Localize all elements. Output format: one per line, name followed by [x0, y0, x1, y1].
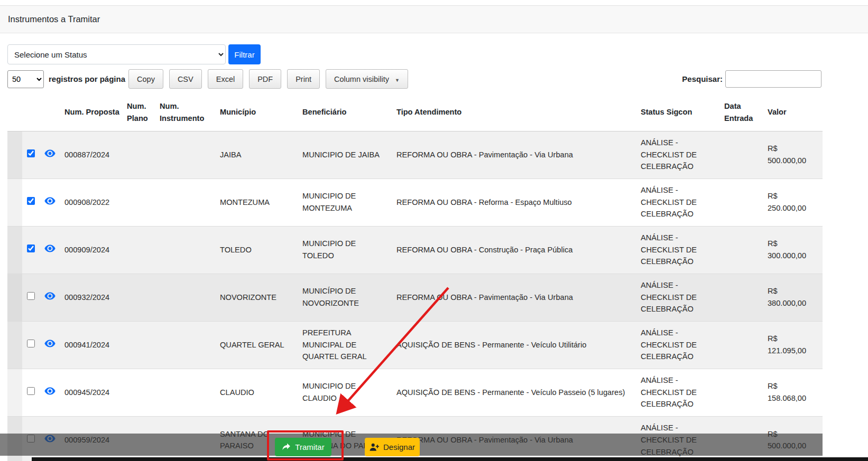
cell-valor: R$ 121.095,00 — [764, 321, 823, 369]
eye-icon[interactable] — [44, 292, 56, 300]
cell-tipo-atendimento: AQUISIÇÃO DE BENS - Permanente - Veículo… — [393, 369, 638, 416]
filtrar-button[interactable]: Filtrar — [228, 44, 261, 64]
cell-tipo-atendimento: REFORMA OU OBRA - Pavimentação - Via Urb… — [393, 131, 638, 178]
header-checkbox — [22, 94, 41, 131]
row-checkbox[interactable] — [27, 149, 35, 157]
main-content: Selecione um Status Filtrar 50 registros… — [0, 44, 868, 461]
cell-num-instrumento — [156, 321, 217, 369]
header-eye — [41, 94, 61, 131]
header-municipio[interactable]: Município — [217, 94, 299, 131]
header-data-entrada[interactable]: Data Entrada — [721, 94, 764, 131]
page-size-label: registros por página — [49, 74, 125, 83]
status-select[interactable]: Selecione um Status — [7, 44, 226, 64]
eye-icon[interactable] — [44, 197, 56, 205]
page-title-bar: Instrumentos a Tramitar — [0, 5, 868, 33]
header-status-sigcon[interactable]: Status Sigcon — [638, 94, 721, 131]
page-title: Instrumentos a Tramitar — [8, 14, 100, 24]
cell-beneficiario: MUNICIPIO DE TOLEDO — [299, 226, 393, 274]
cell-status-sigcon: ANÁLISE - CHECKLIST DE CELEBRAÇÃO — [638, 321, 721, 369]
cell-num-proposta: 000932/2024 — [61, 274, 124, 321]
cell-num-plano — [124, 226, 156, 274]
tramitar-label: Tramitar — [295, 443, 324, 451]
cell-valor: R$ 250.000,00 — [764, 178, 823, 226]
row-gutter — [7, 131, 22, 178]
table-row: 000932/2024 NOVORIZONTE MUNICÍPIO DE NOV… — [7, 274, 823, 321]
cell-data-entrada — [721, 274, 764, 321]
designar-label: Designar — [383, 443, 415, 451]
eye-icon[interactable] — [44, 340, 56, 347]
row-gutter — [7, 226, 22, 274]
eye-icon[interactable] — [44, 387, 56, 395]
row-gutter — [7, 321, 22, 369]
eye-icon[interactable] — [44, 244, 56, 252]
cell-tipo-atendimento: REFORMA OU OBRA - Pavimentação - Via Urb… — [393, 274, 638, 321]
row-gutter — [7, 178, 22, 226]
cell-municipio: TOLEDO — [217, 226, 299, 274]
cell-data-entrada — [721, 131, 764, 178]
cell-municipio: QUARTEL GERAL — [217, 321, 299, 369]
row-checkbox[interactable] — [27, 340, 35, 347]
cell-valor: R$ 500.000,00 — [764, 131, 823, 178]
header-valor[interactable]: Valor — [764, 94, 823, 131]
instruments-table: Num. Proposta Num. Plano Num. Instrument… — [7, 94, 823, 461]
header-tipo-atendimento[interactable]: Tipo Atendimento — [393, 94, 638, 131]
cell-status-sigcon: ANÁLISE - CHECKLIST DE CELEBRAÇÃO — [638, 178, 721, 226]
row-checkbox[interactable] — [27, 292, 35, 300]
cell-beneficiario: PREFEITURA MUNICIPAL DE QUARTEL GERAL — [299, 321, 393, 369]
cell-data-entrada — [721, 321, 764, 369]
row-checkbox[interactable] — [27, 197, 35, 205]
table-row: 000908/2022 MONTEZUMA MUNICIPIO DE MONTE… — [7, 178, 823, 226]
eye-icon[interactable] — [44, 149, 56, 157]
user-plus-icon — [370, 443, 379, 451]
table-toolbar: 50 registros por página Copy CSV Excel P… — [7, 69, 868, 89]
csv-button[interactable]: CSV — [169, 69, 202, 89]
tramitar-button[interactable]: Tramitar — [275, 438, 331, 456]
cell-valor: R$ 300.000,00 — [764, 226, 823, 274]
cell-status-sigcon: ANÁLISE - CHECKLIST DE CELEBRAÇÃO — [638, 369, 721, 416]
column-visibility-button[interactable]: Column visibility ▼ — [326, 69, 408, 89]
cell-num-proposta: 000908/2022 — [61, 178, 124, 226]
row-checkbox[interactable] — [27, 387, 35, 395]
cell-num-plano — [124, 274, 156, 321]
cell-num-instrumento — [156, 131, 217, 178]
cell-num-plano — [124, 131, 156, 178]
cell-num-instrumento — [156, 178, 217, 226]
bottom-edge-strip — [32, 457, 868, 461]
cell-num-instrumento — [156, 274, 217, 321]
share-icon — [282, 443, 291, 451]
header-num-proposta[interactable]: Num. Proposta — [61, 94, 124, 131]
row-checkbox[interactable] — [27, 244, 35, 252]
cell-num-proposta: 000945/2024 — [61, 369, 124, 416]
cell-num-instrumento — [156, 369, 217, 416]
cell-status-sigcon: ANÁLISE - CHECKLIST DE CELEBRAÇÃO — [638, 226, 721, 274]
table-row: 000941/2024 QUARTEL GERAL PREFEITURA MUN… — [7, 321, 823, 369]
cell-num-plano — [124, 178, 156, 226]
copy-button[interactable]: Copy — [128, 69, 163, 89]
column-visibility-label: Column visibility — [334, 75, 389, 83]
top-strip — [0, 0, 868, 5]
print-button[interactable]: Print — [287, 69, 320, 89]
header-beneficiario[interactable]: Beneficiário — [299, 94, 393, 131]
cell-data-entrada — [721, 226, 764, 274]
row-gutter — [7, 369, 22, 416]
cell-num-plano — [124, 369, 156, 416]
header-num-plano[interactable]: Num. Plano — [124, 94, 156, 131]
page-size-select[interactable]: 50 — [7, 70, 44, 88]
cell-num-proposta: 000909/2024 — [61, 226, 124, 274]
excel-button[interactable]: Excel — [208, 69, 243, 89]
pdf-button[interactable]: PDF — [249, 69, 281, 89]
search-label: Pesquisar: — [682, 74, 723, 83]
table-row: 000945/2024 CLAUDIO MUNICIPIO DE CLAUDIO… — [7, 369, 823, 416]
cell-beneficiario: MUNICÍPIO DE NOVORIZONTE — [299, 274, 393, 321]
designar-button[interactable]: Designar — [365, 438, 420, 456]
table-header: Num. Proposta Num. Plano Num. Instrument… — [7, 94, 823, 131]
cell-valor: R$ 380.000,00 — [764, 274, 823, 321]
cell-tipo-atendimento: REFORMA OU OBRA - Construção - Praça Púb… — [393, 226, 638, 274]
cell-municipio: MONTEZUMA — [217, 178, 299, 226]
row-gutter — [7, 274, 22, 321]
search-input[interactable] — [725, 70, 821, 88]
header-num-instrumento[interactable]: Num. Instrumento — [156, 94, 217, 131]
filter-row: Selecione um Status Filtrar — [7, 44, 868, 64]
cell-status-sigcon: ANÁLISE - CHECKLIST DE CELEBRAÇÃO — [638, 131, 721, 178]
cell-municipio: NOVORIZONTE — [217, 274, 299, 321]
